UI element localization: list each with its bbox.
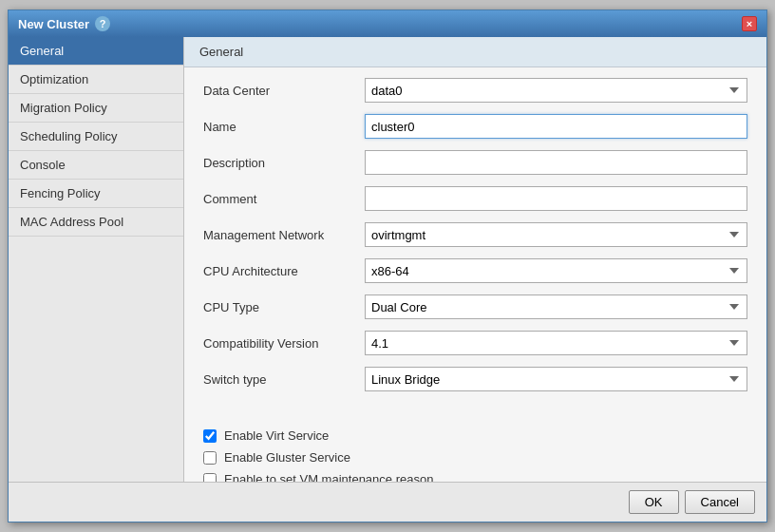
cpu-type-control: Dual Core	[365, 294, 747, 319]
enable-virt-row: Enable Virt Service	[203, 428, 747, 443]
enable-vm-maintenance-label: Enable to set VM maintenance reason	[224, 472, 433, 482]
comment-control	[365, 186, 747, 211]
compatibility-version-row: Compatibility Version 4.1	[203, 330, 747, 356]
help-icon[interactable]: ?	[95, 16, 110, 31]
management-network-label: Management Network	[203, 228, 365, 242]
management-network-select[interactable]: ovirtmgmt	[365, 222, 747, 247]
compatibility-version-select[interactable]: 4.1	[365, 331, 747, 355]
enable-vm-maintenance-checkbox[interactable]	[203, 473, 217, 483]
switch-type-row: Switch type Linux Bridge	[203, 366, 747, 392]
sidebar-item-fencing-policy[interactable]: Fencing Policy	[9, 180, 183, 208]
sidebar-item-optimization[interactable]: Optimization	[9, 66, 183, 94]
sidebar-item-migration-policy[interactable]: Migration Policy	[9, 94, 183, 123]
comment-row: Comment	[203, 185, 747, 212]
name-label: Name	[203, 120, 365, 134]
description-input[interactable]	[365, 150, 747, 175]
sidebar-item-general[interactable]: General	[9, 37, 183, 66]
close-button[interactable]: ×	[742, 16, 757, 31]
dialog-footer: OK Cancel	[9, 482, 766, 522]
enable-vm-maintenance-row: Enable to set VM maintenance reason	[203, 472, 747, 482]
ok-button[interactable]: OK	[629, 490, 679, 514]
dialog-title: New Cluster	[18, 17, 89, 31]
enable-virt-checkbox[interactable]	[203, 429, 217, 443]
management-network-control: ovirtmgmt	[365, 222, 747, 247]
title-bar: New Cluster ? ×	[9, 10, 766, 37]
compatibility-version-control: 4.1	[365, 331, 747, 355]
cpu-type-label: CPU Type	[203, 300, 365, 314]
sidebar-item-console[interactable]: Console	[9, 151, 183, 180]
enable-gluster-label: Enable Gluster Service	[224, 450, 350, 465]
content-header-label: General	[199, 45, 243, 59]
sidebar-item-scheduling-policy[interactable]: Scheduling Policy	[9, 123, 183, 151]
form-area: Data Center data0 Name Desc	[184, 67, 766, 421]
data-center-label: Data Center	[203, 84, 365, 98]
compatibility-version-label: Compatibility Version	[203, 336, 365, 351]
name-input[interactable]	[365, 114, 747, 139]
enable-virt-label: Enable Virt Service	[224, 428, 329, 443]
switch-type-select[interactable]: Linux Bridge	[365, 367, 747, 391]
cpu-architecture-row: CPU Architecture x86-64	[203, 257, 747, 284]
sidebar-item-mac-address-pool[interactable]: MAC Address Pool	[9, 208, 183, 237]
description-row: Description	[203, 149, 747, 176]
dialog-body: General Optimization Migration Policy Sc…	[9, 37, 766, 482]
name-control	[365, 114, 747, 139]
comment-input[interactable]	[365, 186, 747, 211]
new-cluster-dialog: New Cluster ? × General Optimization Mig…	[8, 10, 767, 522]
cpu-type-row: CPU Type Dual Core	[203, 294, 747, 320]
sidebar: General Optimization Migration Policy Sc…	[9, 37, 184, 482]
main-content: General Data Center data0 Name	[184, 37, 766, 482]
content-header: General	[184, 37, 766, 67]
name-row: Name	[203, 113, 747, 140]
data-center-control: data0	[365, 78, 747, 103]
switch-type-label: Switch type	[203, 372, 365, 387]
enable-gluster-checkbox[interactable]	[203, 451, 217, 465]
description-label: Description	[203, 156, 365, 170]
cpu-architecture-select[interactable]: x86-64	[365, 258, 747, 283]
management-network-row: Management Network ovirtmgmt	[203, 221, 747, 248]
switch-type-control: Linux Bridge	[365, 367, 747, 391]
checkboxes-section: Enable Virt Service Enable Gluster Servi…	[184, 421, 766, 482]
cpu-architecture-label: CPU Architecture	[203, 264, 365, 278]
data-center-row: Data Center data0	[203, 77, 747, 104]
data-center-select[interactable]: data0	[365, 78, 747, 103]
enable-gluster-row: Enable Gluster Service	[203, 450, 747, 465]
cpu-type-select[interactable]: Dual Core	[365, 294, 747, 319]
cpu-architecture-control: x86-64	[365, 258, 747, 283]
cancel-button[interactable]: Cancel	[685, 490, 755, 514]
comment-label: Comment	[203, 192, 365, 206]
description-control	[365, 150, 747, 175]
